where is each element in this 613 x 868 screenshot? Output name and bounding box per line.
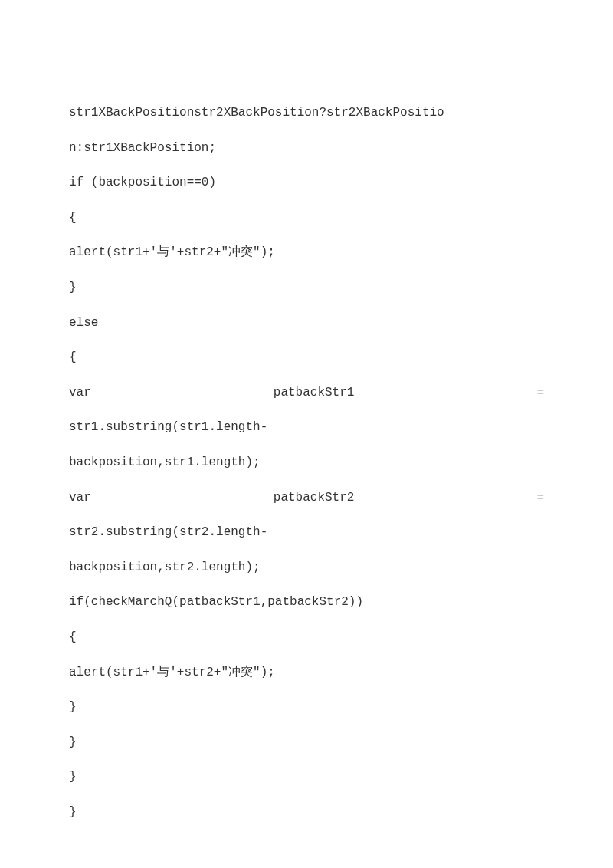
code-line: } xyxy=(69,271,544,306)
document-page: str1XBackPositionstr2XBackPosition?str2X… xyxy=(0,0,613,868)
code-token: = xyxy=(536,481,544,516)
code-line: } xyxy=(69,725,544,761)
code-line: var patbackStr1 = xyxy=(69,376,544,411)
code-line: str2.substring(str2.length- xyxy=(69,515,544,551)
code-line: alert(str1+'与'+str2+"冲突"); xyxy=(69,235,544,271)
code-line: str1.substring(str1.length- xyxy=(69,410,544,446)
code-line: } xyxy=(69,690,544,725)
code-token: patbackStr1 xyxy=(274,376,355,411)
code-line: else xyxy=(69,306,544,341)
code-line: backposition,str1.length); xyxy=(69,446,544,481)
code-line: backposition,str2.length); xyxy=(69,551,544,586)
code-line: if (backposition==0) xyxy=(69,166,544,201)
code-token: var xyxy=(69,376,91,411)
code-line: str1XBackPositionstr2XBackPosition?str2X… xyxy=(69,96,544,131)
code-line: var patbackStr2 = xyxy=(69,481,544,516)
code-token: = xyxy=(536,376,544,411)
code-line: n:str1XBackPosition; xyxy=(69,131,544,166)
code-line: } xyxy=(69,760,544,795)
code-line: } xyxy=(69,795,544,830)
code-token: patbackStr2 xyxy=(274,481,355,516)
code-line: alert(str1+'与'+str2+"冲突"); xyxy=(69,656,544,691)
code-line: { xyxy=(69,620,544,656)
code-line: if(checkMarchQ(patbackStr1,patbackStr2)) xyxy=(69,585,544,620)
code-line: { xyxy=(69,201,544,236)
code-line: { xyxy=(69,340,544,376)
code-token: var xyxy=(69,481,91,516)
